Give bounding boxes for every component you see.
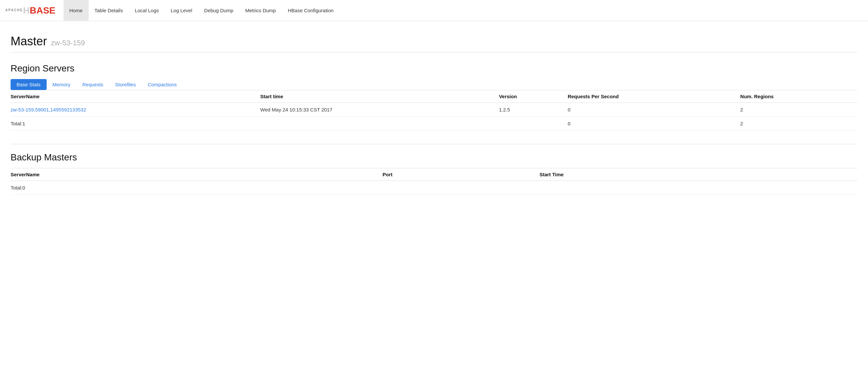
backup-col-port: Port bbox=[383, 168, 539, 181]
backup-col-server-name: ServerName bbox=[10, 168, 383, 181]
nav-links: Home Table Details Local Logs Log Level … bbox=[63, 0, 340, 21]
col-server-name: ServerName bbox=[10, 90, 260, 103]
hbase-logo: HBASE bbox=[23, 6, 55, 15]
cell-total-label: Total:1 bbox=[10, 117, 260, 131]
region-servers-section: Region Servers Base Stats Memory Request… bbox=[10, 63, 858, 131]
backup-total-start-time bbox=[539, 181, 858, 195]
tab-compactions[interactable]: Compactions bbox=[142, 79, 183, 90]
backup-table-header-row: ServerName Port Start Time bbox=[10, 168, 858, 181]
tab-base-stats[interactable]: Base Stats bbox=[10, 79, 46, 90]
nav-item-table-details[interactable]: Table Details bbox=[89, 0, 129, 21]
backup-col-start-time: Start Time bbox=[539, 168, 858, 181]
section-divider bbox=[10, 144, 858, 144]
backup-masters-title: Backup Masters bbox=[10, 152, 858, 163]
table-row: zw-53-159,59001,1495592133532 Wed May 24… bbox=[10, 103, 858, 117]
cell-start-time: Wed May 24 10:15:33 CST 2017 bbox=[260, 103, 499, 117]
region-server-tabs: Base Stats Memory Requests Storefiles Co… bbox=[10, 79, 858, 90]
page-title: Master bbox=[10, 34, 47, 48]
backup-masters-section: Backup Masters ServerName Port Start Tim… bbox=[10, 152, 858, 195]
tab-memory[interactable]: Memory bbox=[46, 79, 76, 90]
col-version: Version bbox=[499, 90, 568, 103]
nav-item-local-logs[interactable]: Local Logs bbox=[129, 0, 165, 21]
nav-link-log-level[interactable]: Log Level bbox=[165, 0, 198, 21]
backup-total-port bbox=[383, 181, 539, 195]
table-total-row: Total:1 0 2 bbox=[10, 117, 858, 131]
nav-link-table-details[interactable]: Table Details bbox=[89, 0, 129, 21]
tab-storefiles[interactable]: Storefiles bbox=[109, 79, 142, 90]
nav-item-metrics-dump[interactable]: Metrics Dump bbox=[239, 0, 282, 21]
col-num-regions: Num. Regions bbox=[740, 90, 858, 103]
logo-h: H bbox=[23, 6, 29, 15]
col-requests-per-second: Requests Per Second bbox=[568, 90, 740, 103]
nav-item-log-level[interactable]: Log Level bbox=[165, 0, 198, 21]
logo: APACHE HBASE bbox=[5, 6, 56, 15]
nav-link-metrics-dump[interactable]: Metrics Dump bbox=[239, 0, 282, 21]
nav-link-debug-dump[interactable]: Debug Dump bbox=[198, 0, 239, 21]
nav-link-home[interactable]: Home bbox=[63, 0, 89, 21]
cell-total-requests: 0 bbox=[568, 117, 740, 131]
cell-server-name: zw-53-159,59001,1495592133532 bbox=[10, 103, 260, 117]
cell-total-regions: 2 bbox=[740, 117, 858, 131]
nav-link-local-logs[interactable]: Local Logs bbox=[129, 0, 165, 21]
col-start-time: Start time bbox=[260, 90, 499, 103]
server-name-link[interactable]: zw-53-159,59001,1495592133532 bbox=[10, 107, 86, 113]
main-content: Master zw-53-159 Region Servers Base Sta… bbox=[0, 21, 868, 203]
navbar: APACHE HBASE Home Table Details Local Lo… bbox=[0, 0, 868, 21]
backup-masters-table: ServerName Port Start Time Total:0 bbox=[10, 168, 858, 195]
cell-total-version bbox=[499, 117, 568, 131]
nav-item-debug-dump[interactable]: Debug Dump bbox=[198, 0, 239, 21]
table-header-row: ServerName Start time Version Requests P… bbox=[10, 90, 858, 103]
master-title-section: Master zw-53-159 bbox=[10, 29, 858, 53]
nav-item-home[interactable]: Home bbox=[63, 0, 89, 21]
nav-item-hbase-configuration[interactable]: HBase Configuration bbox=[282, 0, 339, 21]
master-hostname: zw-53-159 bbox=[51, 39, 85, 47]
nav-link-hbase-configuration[interactable]: HBase Configuration bbox=[282, 0, 339, 21]
region-servers-title: Region Servers bbox=[10, 63, 858, 74]
cell-total-start-time bbox=[260, 117, 499, 131]
region-servers-table: ServerName Start time Version Requests P… bbox=[10, 90, 858, 131]
backup-total-label: Total:0 bbox=[10, 181, 383, 195]
cell-version: 1.2.5 bbox=[499, 103, 568, 117]
logo-base: BASE bbox=[30, 6, 56, 15]
apache-text: APACHE bbox=[5, 9, 23, 12]
cell-requests-per-second: 0 bbox=[568, 103, 740, 117]
tab-requests[interactable]: Requests bbox=[76, 79, 109, 90]
cell-num-regions: 2 bbox=[740, 103, 858, 117]
backup-total-row: Total:0 bbox=[10, 181, 858, 195]
